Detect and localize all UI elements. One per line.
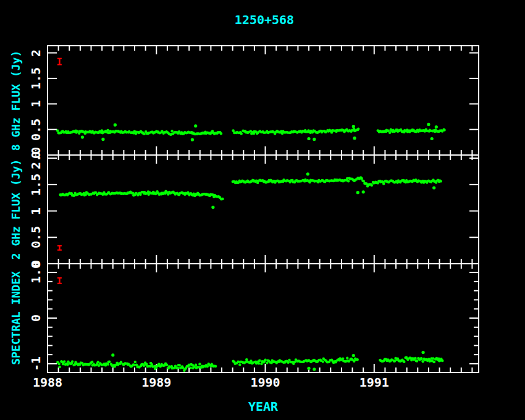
data-points-2ghz-flux [59,172,443,209]
reference-point-8ghz-flux [57,59,62,65]
outlier-point [111,353,114,356]
outlier-point [356,191,359,194]
y-tick-label: 1.5 [28,67,43,90]
y-tick-label: -1 [28,356,43,371]
outlier-point [307,137,310,140]
monitoring-plot-screen: 1250+568 8 GHz FLUX (Jy) 2 GHz FLUX (Jy)… [0,0,525,420]
x-tick-label: 1991 [359,375,389,390]
x-tick-label: 1990 [250,375,280,390]
y-axis-title-8ghz: 8 GHz FLUX (Jy) [9,51,22,151]
outlier-point [191,138,194,141]
outlier-point [432,186,435,189]
y-tick-label: 2.0 [28,147,43,169]
panel-frame-8ghz-flux [48,46,479,155]
panel-8ghz-flux [48,46,479,155]
chart-title: 1250+568 [235,12,294,27]
outlier-point [422,351,425,354]
panel-frame-2ghz-flux [48,155,479,264]
plot-canvas [0,0,525,420]
x-tick-label: 1989 [141,375,171,390]
outlier-point [352,354,355,357]
y-tick-label: 1 [28,208,43,215]
outlier-point [101,138,104,141]
y-tick-label: 2 [28,49,43,57]
outlier-point [430,137,434,140]
y-tick-label: 0.5 [28,226,43,248]
outlier-point [435,125,438,128]
y-tick-label: 1.5 [28,174,43,196]
reference-point-2ghz-flux [57,246,62,250]
outlier-point [306,172,309,175]
outlier-point [313,368,316,371]
outlier-point [313,138,316,141]
outlier-point [211,206,214,209]
ticks-2ghz-flux [48,156,478,264]
panel-spectral-index [48,264,479,372]
panel-2ghz-flux [48,155,479,264]
y-tick-label: 1 [28,100,43,107]
y-tick-label: 0.5 [28,119,43,141]
ticks-8ghz-flux [48,46,478,155]
y-tick-label: 0 [28,314,43,322]
x-tick-label: 1988 [33,375,62,390]
y-tick-label: 1.0 [28,261,43,284]
y-axis-title-spectral-index: SPECTRAL INDEX [9,271,22,365]
outlier-point [307,367,310,370]
data-points-8ghz-flux [56,123,446,141]
outlier-point [362,190,365,193]
reference-point-spectral-index [57,278,62,284]
outlier-point [81,136,84,139]
outlier-point [353,136,356,140]
y-axis-title-2ghz: 2 GHz FLUX (Jy) [9,159,22,260]
outlier-point [114,124,117,127]
outlier-point [427,123,430,126]
outlier-point [352,125,355,128]
x-axis-title: YEAR [248,399,278,414]
outlier-point [194,124,197,127]
